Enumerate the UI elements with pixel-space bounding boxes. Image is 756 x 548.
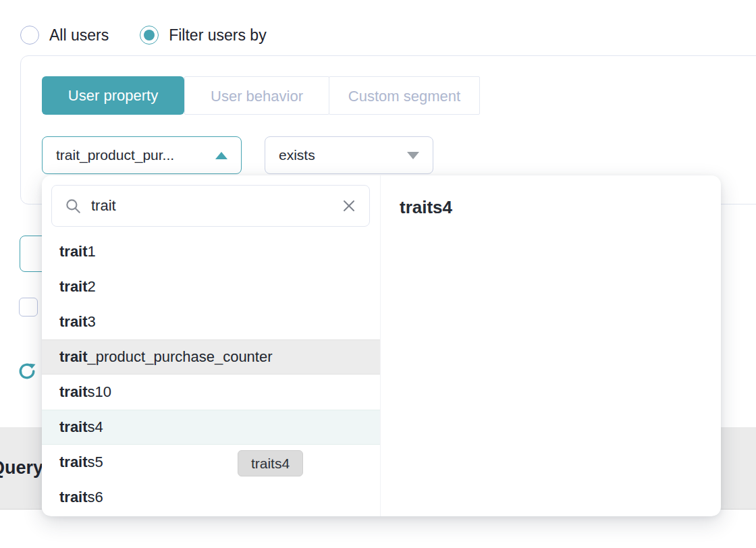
property-detail-title: traits4 (400, 197, 721, 218)
refresh-icon[interactable] (16, 360, 38, 382)
property-option-list: trait1 trait2 trait3 trait_product_purch… (42, 234, 380, 515)
property-dropdown-list-pane: trait1 trait2 trait3 trait_product_purch… (42, 175, 380, 516)
list-item[interactable]: traits6 (42, 480, 380, 515)
filter-type-tabs: User property User behavior Custom segme… (42, 76, 480, 115)
hover-tooltip: traits4 (238, 450, 303, 476)
search-icon (64, 197, 82, 215)
checkbox[interactable] (19, 298, 38, 317)
tab-user-behavior[interactable]: User behavior (184, 76, 329, 115)
tab-user-property[interactable]: User property (42, 76, 184, 115)
list-item[interactable]: traits10 (42, 375, 380, 410)
operator-select[interactable]: exists (265, 136, 433, 174)
property-search-box (51, 185, 370, 227)
list-item[interactable]: trait_product_purchase_counter (42, 339, 380, 375)
chevron-down-icon (407, 152, 419, 159)
tab-custom-segment[interactable]: Custom segment (329, 76, 480, 115)
radio-all-users-label: All users (49, 26, 109, 45)
user-scope-radios: All users Filter users by (20, 26, 267, 45)
property-dropdown: trait1 trait2 trait3 trait_product_purch… (42, 175, 721, 516)
radio-unselected-icon[interactable] (20, 26, 39, 45)
radio-filter-users-by-label: Filter users by (169, 26, 266, 45)
list-item[interactable]: trait2 (42, 269, 380, 304)
clear-search-icon[interactable] (341, 198, 357, 214)
query-section-title: Query (0, 458, 43, 478)
operator-select-value: exists (279, 147, 315, 163)
list-item[interactable]: trait1 (42, 234, 380, 269)
radio-selected-icon[interactable] (140, 26, 159, 45)
property-select[interactable]: trait_product_pur... (42, 136, 242, 174)
property-detail-pane: traits4 (380, 175, 721, 516)
filter-users-screen: All users Filter users by User property … (0, 0, 756, 548)
property-select-value: trait_product_pur... (56, 147, 174, 163)
list-item[interactable]: trait3 (42, 304, 380, 339)
chevron-up-icon (215, 152, 227, 159)
radio-filter-users-by[interactable]: Filter users by (140, 26, 266, 45)
list-item[interactable]: traits4 (42, 410, 380, 445)
list-item[interactable]: traits5 (42, 445, 380, 480)
property-search-input[interactable] (91, 197, 331, 215)
radio-all-users[interactable]: All users (20, 26, 109, 45)
